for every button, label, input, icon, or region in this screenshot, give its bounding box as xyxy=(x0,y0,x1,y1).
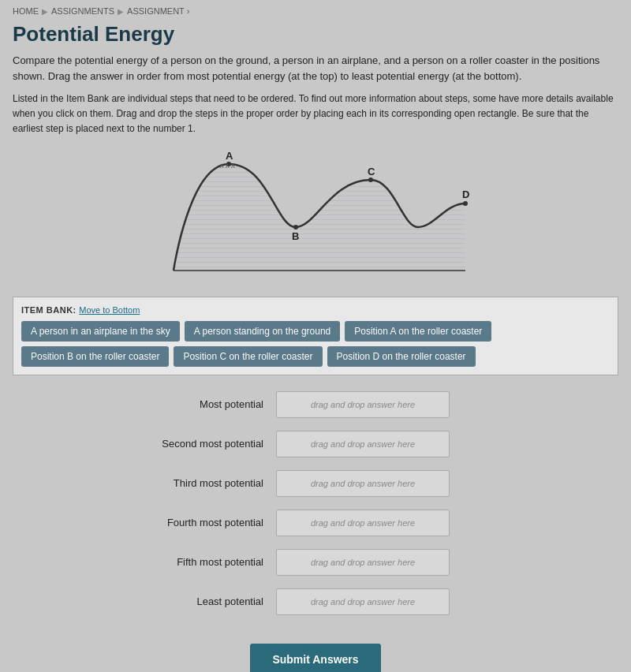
breadcrumb-assignments[interactable]: ASSIGNMENTS xyxy=(51,6,114,16)
svg-point-5 xyxy=(293,225,298,230)
item-bank-section: ITEM BANK: Move to Bottom A person in an… xyxy=(13,297,618,375)
item-chip-4[interactable]: Position C on the roller coaster xyxy=(174,346,322,367)
breadcrumb: HOME ▶ ASSIGNMENTS ▶ ASSIGNMENT › xyxy=(0,0,631,19)
answer-drop-5[interactable]: drag and drop answer here xyxy=(276,588,450,615)
submit-section: Submit Answers xyxy=(0,636,631,672)
breadcrumb-sep1: ▶ xyxy=(42,7,48,16)
answer-label-2: Third most potential xyxy=(126,477,276,489)
breadcrumb-current: ASSIGNMENT › xyxy=(127,6,189,16)
move-to-bottom-link[interactable]: Move to Bottom xyxy=(79,305,140,315)
svg-text:B: B xyxy=(292,230,299,242)
item-bank-grid: A person in an airplane in the sky A per… xyxy=(21,321,610,367)
answer-drop-4[interactable]: drag and drop answer here xyxy=(276,549,450,576)
item-bank-label: ITEM BANK: Move to Bottom xyxy=(21,305,610,315)
chart-container: A ∧∧∧ B C D xyxy=(142,148,489,290)
answer-row-3: Fourth most potential drag and drop answ… xyxy=(126,510,505,536)
item-chip-5[interactable]: Position D on the roller coaster xyxy=(327,346,476,367)
answer-label-1: Second most potential xyxy=(126,438,276,450)
page-title: Potential Energy xyxy=(0,19,631,53)
svg-point-7 xyxy=(368,177,373,182)
answer-row-2: Third most potential drag and drop answe… xyxy=(126,470,505,497)
item-chip-0[interactable]: A person in an airplane in the sky xyxy=(21,321,180,342)
answer-row-5: Least potential drag and drop answer her… xyxy=(126,588,505,615)
answer-drop-2[interactable]: drag and drop answer here xyxy=(276,470,450,497)
intro-text: Compare the potential energy of a person… xyxy=(0,53,631,91)
item-chip-3[interactable]: Position B on the roller coaster xyxy=(21,346,169,367)
svg-text:∧∧∧: ∧∧∧ xyxy=(219,162,236,170)
svg-text:C: C xyxy=(368,166,375,177)
answer-drop-3[interactable]: drag and drop answer here xyxy=(276,510,450,536)
answer-label-0: Most potential xyxy=(126,398,276,410)
answer-drop-1[interactable]: drag and drop answer here xyxy=(276,431,450,457)
svg-text:D: D xyxy=(462,189,469,200)
item-chip-1[interactable]: A person standing on the ground xyxy=(185,321,340,342)
instructions-text: Listed in the Item Bank are individual s… xyxy=(0,91,631,148)
answer-row-4: Fifth most potential drag and drop answe… xyxy=(126,549,505,576)
submit-button[interactable]: Submit Answers xyxy=(250,644,380,672)
answer-label-3: Fourth most potential xyxy=(126,517,276,528)
answer-section: Most potential drag and drop answer here… xyxy=(0,383,631,636)
svg-text:A: A xyxy=(226,150,233,162)
answer-row-1: Second most potential drag and drop answ… xyxy=(126,431,505,457)
breadcrumb-sep2: ▶ xyxy=(118,7,124,16)
breadcrumb-home[interactable]: HOME xyxy=(13,6,39,16)
answer-row-0: Most potential drag and drop answer here xyxy=(126,391,505,418)
answer-drop-0[interactable]: drag and drop answer here xyxy=(276,391,450,418)
answer-label-5: Least potential xyxy=(126,595,276,607)
item-chip-2[interactable]: Position A on the roller coaster xyxy=(345,321,491,342)
answer-label-4: Fifth most potential xyxy=(126,556,276,568)
svg-point-9 xyxy=(463,201,468,206)
